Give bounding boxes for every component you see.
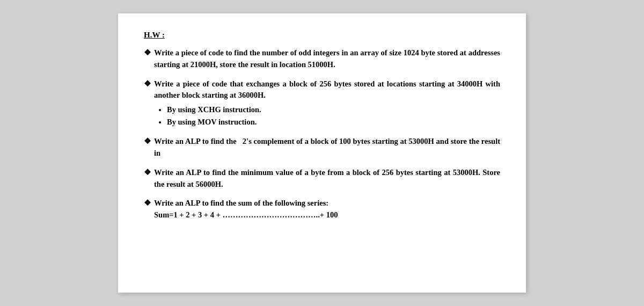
- section-2-text: Write a piece of code that exchanges a b…: [154, 78, 500, 129]
- diamond-icon-5: ❖: [144, 198, 151, 208]
- section-4-text: Write an ALP to find the minimum value o…: [154, 167, 500, 191]
- section-1-text: Write a piece of code to find the number…: [154, 47, 500, 71]
- diamond-icon-2: ❖: [144, 79, 151, 89]
- diamond-icon-4: ❖: [144, 167, 151, 177]
- section-3-text: Write an ALP to find the 2's complement …: [154, 136, 500, 159]
- diamond-icon-1: ❖: [144, 48, 151, 57]
- section-2-bullets: By using XCHG instruction. By using MOV …: [167, 104, 500, 128]
- section-2: ❖ Write a piece of code that exchanges a…: [144, 78, 500, 129]
- section-5: ❖ Write an ALP to find the sum of the fo…: [144, 198, 500, 221]
- section-4: ❖ Write an ALP to find the minimum value…: [144, 167, 500, 191]
- bullet-mov: By using MOV instruction.: [167, 116, 500, 128]
- bullet-xchg: By using XCHG instruction.: [167, 104, 500, 116]
- section-3: ❖ Write an ALP to find the 2's complemen…: [144, 136, 500, 159]
- section-5-text: Write an ALP to find the sum of the foll…: [154, 198, 338, 221]
- section-1: ❖ Write a piece of code to find the numb…: [144, 47, 500, 71]
- diamond-icon-3: ❖: [144, 136, 151, 146]
- hw-title: H.W :: [144, 31, 500, 40]
- page-content: H.W : ❖ Write a piece of code to find th…: [118, 13, 526, 293]
